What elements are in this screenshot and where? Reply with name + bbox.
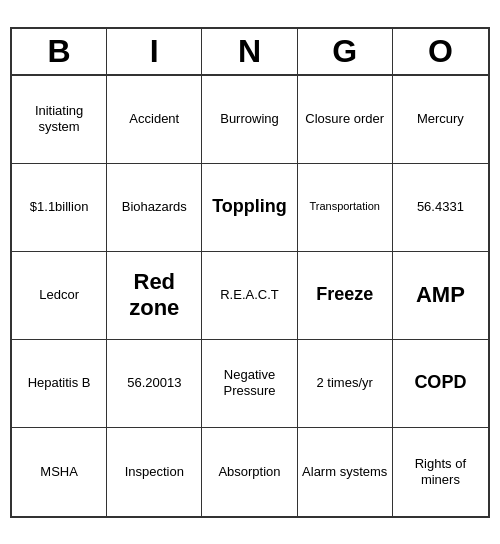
bingo-cell-0: Initiating system — [12, 76, 107, 164]
bingo-cell-7: Toppling — [202, 164, 297, 252]
bingo-card: BINGO Initiating systemAccidentBurrowing… — [10, 27, 490, 518]
bingo-cell-8: Transportation — [298, 164, 393, 252]
bingo-cell-22: Absorption — [202, 428, 297, 516]
bingo-cell-12: R.E.A.C.T — [202, 252, 297, 340]
bingo-cell-9: 56.4331 — [393, 164, 488, 252]
bingo-cell-16: 56.20013 — [107, 340, 202, 428]
header-letter-N: N — [202, 29, 297, 74]
bingo-cell-2: Burrowing — [202, 76, 297, 164]
bingo-cell-4: Mercury — [393, 76, 488, 164]
bingo-cell-13: Freeze — [298, 252, 393, 340]
bingo-cell-18: 2 times/yr — [298, 340, 393, 428]
bingo-cell-10: Ledcor — [12, 252, 107, 340]
bingo-cell-3: Closure order — [298, 76, 393, 164]
bingo-cell-21: Inspection — [107, 428, 202, 516]
header-letter-O: O — [393, 29, 488, 74]
bingo-cell-19: COPD — [393, 340, 488, 428]
header-letter-G: G — [298, 29, 393, 74]
bingo-header: BINGO — [12, 29, 488, 76]
bingo-cell-24: Rights of miners — [393, 428, 488, 516]
bingo-cell-15: Hepatitis B — [12, 340, 107, 428]
bingo-cell-5: $1.1billion — [12, 164, 107, 252]
bingo-cell-6: Biohazards — [107, 164, 202, 252]
bingo-cell-11: Red zone — [107, 252, 202, 340]
bingo-cell-20: MSHA — [12, 428, 107, 516]
bingo-cell-17: Negative Pressure — [202, 340, 297, 428]
bingo-cell-1: Accident — [107, 76, 202, 164]
header-letter-I: I — [107, 29, 202, 74]
header-letter-B: B — [12, 29, 107, 74]
bingo-grid: Initiating systemAccidentBurrowingClosur… — [12, 76, 488, 516]
bingo-cell-14: AMP — [393, 252, 488, 340]
bingo-cell-23: Alarm systems — [298, 428, 393, 516]
